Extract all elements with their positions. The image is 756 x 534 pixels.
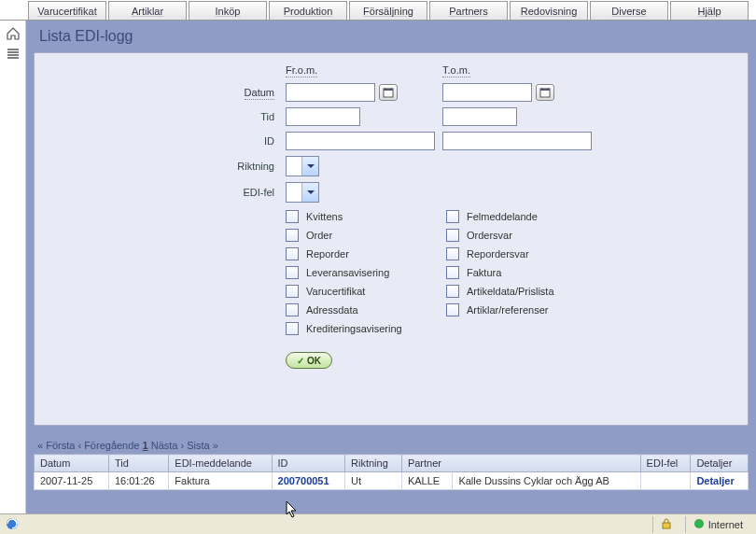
check-varucertifikat[interactable]: [286, 285, 299, 298]
cell-tid: 16:01:26: [108, 472, 168, 490]
menu-diverse[interactable]: Diverse: [590, 1, 668, 20]
cell-riktning: Ut: [345, 472, 402, 490]
column-header-from: Fr.o.m.: [286, 64, 317, 77]
cell-partner-name: Kalle Dussins Cyklar och Ägg AB: [453, 472, 640, 490]
ok-button[interactable]: OK: [286, 352, 332, 369]
pager-last[interactable]: Sista »: [187, 440, 218, 451]
check-artikeldata[interactable]: [446, 285, 459, 298]
col-tid[interactable]: Tid: [108, 455, 168, 472]
menu-forsaljning[interactable]: Försäljning: [349, 1, 427, 20]
label-edifel: EDI-fel: [243, 187, 274, 198]
tid-from-input[interactable]: [286, 107, 360, 126]
column-header-to: T.o.m.: [442, 64, 470, 77]
filter-panel: Fr.o.m. T.o.m. Datum: [34, 52, 749, 426]
ie-icon: [6, 517, 19, 532]
col-datum[interactable]: Datum: [35, 455, 109, 472]
check-order[interactable]: [286, 229, 299, 242]
cell-edi: Faktura: [169, 472, 272, 490]
check-artiklar-referenser[interactable]: [446, 303, 459, 316]
lock-icon: [661, 518, 672, 531]
pager-first[interactable]: « Första: [37, 440, 75, 451]
check-reporder[interactable]: [286, 247, 299, 260]
col-edi[interactable]: EDI-meddelande: [169, 455, 272, 472]
svg-rect-13: [663, 523, 670, 528]
results-table: Datum Tid EDI-meddelande ID Riktning Par…: [34, 454, 749, 490]
col-partner[interactable]: Partner: [401, 455, 640, 472]
col-edifel[interactable]: EDI-fel: [640, 455, 691, 472]
menu-hjalp[interactable]: Hjälp: [670, 1, 749, 20]
status-bar: Internet: [0, 513, 756, 534]
id-to-input[interactable]: [442, 132, 592, 150]
col-riktning[interactable]: Riktning: [345, 455, 402, 472]
internet-zone-label: Internet: [708, 519, 743, 530]
check-label: Ordersvar: [467, 230, 512, 241]
check-label: Reporder: [306, 248, 349, 260]
pager: « Första ‹ Föregående 1 Nästa › Sista »: [34, 437, 749, 454]
check-felmeddelande[interactable]: [446, 210, 459, 223]
check-label: Krediteringsavisering: [306, 323, 402, 334]
table-row: 2007-11-25 16:01:26 Faktura 200700051 Ut…: [35, 472, 749, 490]
calendar-from-icon[interactable]: [379, 84, 398, 101]
label-tid: Tid: [260, 111, 274, 122]
svg-point-12: [7, 518, 18, 529]
menu-partners[interactable]: Partners: [429, 1, 508, 20]
datum-to-input[interactable]: [442, 83, 532, 102]
check-ordersvar[interactable]: [446, 229, 459, 242]
check-kvittens[interactable]: [286, 210, 299, 223]
page-title: Lista EDI-logg: [34, 26, 749, 52]
label-datum: Datum: [245, 87, 274, 100]
check-label: Varucertifikat: [306, 286, 365, 297]
top-menu: Varucertifikat Artiklar Inköp Produktion…: [0, 0, 756, 21]
pager-next[interactable]: Nästa ›: [151, 440, 184, 451]
datum-from-input[interactable]: [286, 83, 375, 102]
menu-redovisning[interactable]: Redovisning: [510, 1, 588, 20]
menu-produktion[interactable]: Produktion: [269, 1, 347, 20]
check-repordersvar[interactable]: [446, 247, 459, 260]
internet-zone-icon: [693, 518, 705, 531]
check-label: Artiklar/referenser: [467, 304, 548, 316]
check-label: Leveransavisering: [306, 267, 389, 278]
menu-varucertifikat[interactable]: Varucertifikat: [28, 1, 106, 20]
cell-edifel: [640, 472, 691, 490]
menu-inkop[interactable]: Inköp: [189, 1, 267, 20]
tid-to-input[interactable]: [442, 107, 517, 126]
check-label: Kvittens: [306, 211, 343, 222]
check-krediteringsavisering[interactable]: [286, 322, 299, 335]
list-icon[interactable]: [6, 47, 21, 62]
check-label: Faktura: [467, 267, 501, 278]
check-label: Adressdata: [306, 304, 358, 316]
left-sidebar: [0, 21, 26, 513]
pager-prev[interactable]: ‹ Föregående: [77, 440, 139, 451]
col-detaljer[interactable]: Detaljer: [691, 455, 749, 472]
id-from-input[interactable]: [286, 132, 435, 150]
check-leveransavisering[interactable]: [286, 266, 299, 279]
check-faktura[interactable]: [446, 266, 459, 279]
cell-partner-code: KALLE: [401, 472, 453, 490]
riktning-select[interactable]: [286, 156, 319, 176]
pager-current: 1: [143, 440, 148, 451]
check-label: Felmeddelande: [467, 211, 538, 222]
cell-datum: 2007-11-25: [35, 472, 109, 490]
check-label: Repordersvar: [467, 248, 529, 260]
calendar-to-icon[interactable]: [536, 84, 554, 101]
check-label: Artikeldata/Prislista: [467, 286, 554, 297]
home-icon[interactable]: [6, 26, 21, 41]
edifel-select[interactable]: [286, 182, 319, 203]
menu-artiklar[interactable]: Artiklar: [108, 1, 187, 20]
col-id[interactable]: ID: [272, 455, 345, 472]
cell-id-link[interactable]: 200700051: [278, 475, 329, 486]
check-label: Order: [306, 230, 332, 241]
label-riktning: Riktning: [237, 161, 274, 172]
label-id: ID: [264, 135, 274, 147]
check-adressdata[interactable]: [286, 303, 299, 316]
cell-detaljer-link[interactable]: Detaljer: [696, 475, 734, 486]
